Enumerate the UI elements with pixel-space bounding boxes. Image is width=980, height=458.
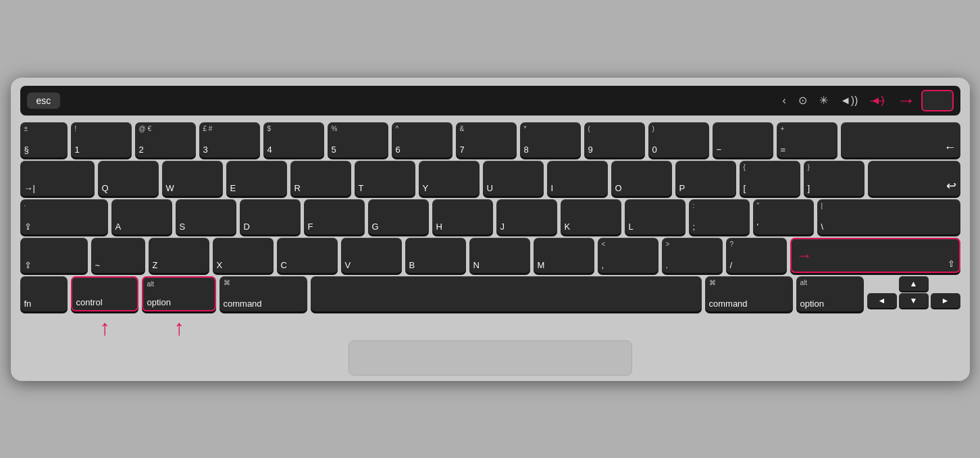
- key-x[interactable]: X: [213, 238, 274, 273]
- asdf-row: · ⇪ A S D F G H J K L : ; " ' | \: [20, 199, 960, 234]
- key-m[interactable]: M: [534, 238, 594, 273]
- key-up[interactable]: ▲: [899, 276, 929, 291]
- power-button[interactable]: [921, 90, 954, 111]
- key-down[interactable]: ▼: [899, 293, 929, 308]
- key-e[interactable]: E: [226, 161, 287, 196]
- key-lbracket[interactable]: { [: [740, 161, 800, 196]
- power-arrow-icon: →: [897, 90, 916, 111]
- zxcv-row: ⇧ ~ Z X C V B N M < , > . ? /: [20, 238, 960, 273]
- touch-bar-siri-icon: ⊙: [798, 94, 807, 107]
- keyboard: esc ‹ ⊙ ✳ ◄)) ◄) → ± § ! 1: [11, 78, 970, 381]
- touch-bar-right: ‹ ⊙ ✳ ◄)) ◄) →: [783, 90, 954, 111]
- touch-bar: esc ‹ ⊙ ✳ ◄)) ◄) →: [20, 86, 960, 116]
- key-space[interactable]: [311, 276, 702, 311]
- key-rbracket[interactable]: } ]: [804, 161, 865, 196]
- key-8[interactable]: * 8: [520, 122, 581, 157]
- key-capslock[interactable]: · ⇪: [20, 199, 108, 234]
- control-up-arrow: ↑: [100, 315, 111, 340]
- key-i[interactable]: I: [547, 161, 608, 196]
- touch-bar-brightness-icon: ✳: [819, 94, 828, 107]
- key-p[interactable]: P: [675, 161, 736, 196]
- key-o[interactable]: O: [611, 161, 672, 196]
- key-z[interactable]: Z: [149, 238, 209, 273]
- key-9[interactable]: ( 9: [584, 122, 645, 157]
- esc-touch-bar[interactable]: esc: [27, 93, 61, 109]
- option-up-arrow: ↑: [174, 315, 185, 340]
- key-rows: ± § ! 1 @ € 2 £ # 3 $ 4 % 5: [20, 122, 960, 311]
- key-t[interactable]: T: [355, 161, 415, 196]
- key-c[interactable]: C: [277, 238, 338, 273]
- key-s[interactable]: S: [176, 199, 236, 234]
- key-left[interactable]: ◄: [867, 293, 897, 308]
- option-arrow-container: ↑: [143, 315, 217, 340]
- key-5[interactable]: % 5: [328, 122, 388, 157]
- key-y[interactable]: Y: [419, 161, 480, 196]
- key-return[interactable]: ↩: [868, 161, 960, 196]
- key-2[interactable]: @ € 2: [135, 122, 196, 157]
- touch-bar-back-icon: ‹: [783, 95, 786, 107]
- key-6[interactable]: ^ 6: [392, 122, 453, 157]
- qwerty-row: →| Q W E R T Y U I O P { [ } ] ↩: [20, 161, 960, 196]
- key-backtick[interactable]: ± §: [20, 122, 68, 157]
- control-arrow-container: ↑: [72, 315, 139, 340]
- key-backslash[interactable]: | \: [817, 199, 960, 234]
- key-quote[interactable]: " ': [753, 199, 814, 234]
- key-control[interactable]: control: [71, 276, 138, 311]
- key-comma[interactable]: < ,: [598, 238, 659, 273]
- key-b[interactable]: B: [405, 238, 466, 273]
- key-h[interactable]: H: [432, 199, 493, 234]
- key-3[interactable]: £ # 3: [199, 122, 260, 157]
- key-option-right[interactable]: alt option: [796, 276, 864, 311]
- key-l[interactable]: L: [625, 199, 686, 234]
- key-d[interactable]: D: [240, 199, 301, 234]
- key-g[interactable]: G: [368, 199, 429, 234]
- key-tilde[interactable]: ~: [91, 238, 145, 273]
- key-lshift[interactable]: ⇧: [20, 238, 88, 273]
- key-v[interactable]: V: [341, 238, 402, 273]
- key-right[interactable]: ►: [931, 293, 960, 308]
- key-0[interactable]: ) 0: [648, 122, 709, 157]
- touch-bar-volume-icon: ◄)): [840, 95, 858, 107]
- key-j[interactable]: J: [496, 199, 557, 234]
- key-a[interactable]: A: [111, 199, 172, 234]
- touch-bar-mute-icon: ◄): [870, 95, 884, 107]
- key-w[interactable]: W: [162, 161, 223, 196]
- key-period[interactable]: > .: [662, 238, 723, 273]
- key-minus[interactable]: −: [713, 122, 773, 157]
- key-slash[interactable]: ? / →: [726, 238, 787, 273]
- key-7[interactable]: & 7: [456, 122, 517, 157]
- bottom-arrows: ↑ ↑: [20, 311, 960, 340]
- key-r[interactable]: R: [290, 161, 351, 196]
- key-f[interactable]: F: [304, 199, 365, 234]
- key-option-left[interactable]: alt option: [142, 276, 216, 311]
- key-rshift[interactable]: ⇧: [790, 238, 960, 273]
- key-4[interactable]: $ 4: [263, 122, 324, 157]
- key-fn[interactable]: fn: [20, 276, 68, 311]
- key-u[interactable]: U: [483, 161, 544, 196]
- key-command-left[interactable]: ⌘ command: [220, 276, 307, 311]
- rshift-arrow-icon: →: [796, 246, 813, 265]
- key-semicolon[interactable]: : ;: [689, 199, 750, 234]
- key-equals[interactable]: + =: [777, 122, 837, 157]
- key-n[interactable]: N: [469, 238, 530, 273]
- key-tab[interactable]: →|: [20, 161, 95, 196]
- modifier-row: fn control alt option ⌘ command ⌘ comman…: [20, 276, 960, 311]
- trackpad[interactable]: [349, 340, 632, 376]
- arrow-cluster: ▲ ◄ ▼ ►: [867, 276, 960, 311]
- key-delete[interactable]: ←: [841, 122, 960, 157]
- key-command-right[interactable]: ⌘ command: [705, 276, 793, 311]
- key-1[interactable]: ! 1: [71, 122, 132, 157]
- key-q[interactable]: Q: [98, 161, 159, 196]
- key-k[interactable]: K: [561, 199, 621, 234]
- number-row: ± § ! 1 @ € 2 £ # 3 $ 4 % 5: [20, 122, 960, 157]
